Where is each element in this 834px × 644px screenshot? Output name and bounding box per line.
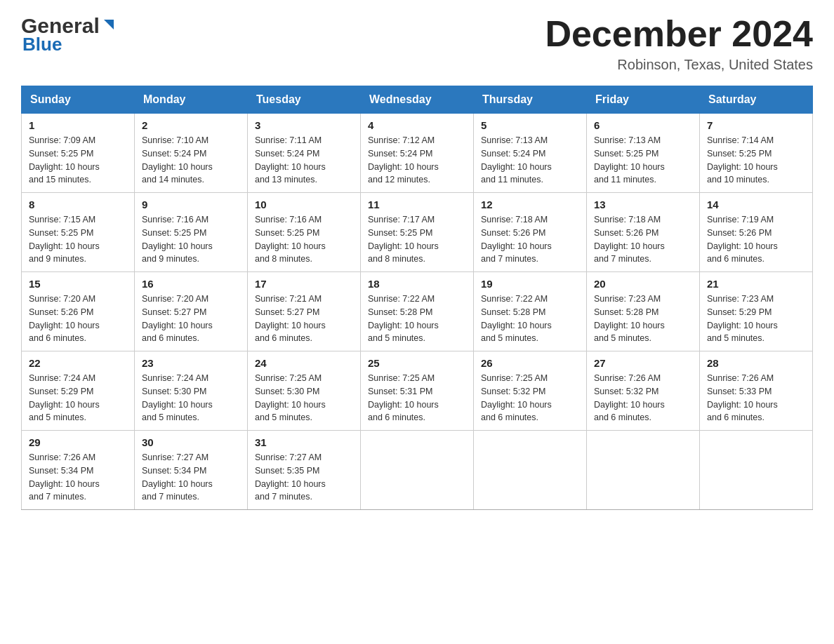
day-info: Sunrise: 7:25 AM Sunset: 5:32 PM Dayligh… bbox=[481, 372, 579, 424]
calendar-cell: 18 Sunrise: 7:22 AM Sunset: 5:28 PM Dayl… bbox=[361, 272, 474, 351]
calendar-cell: 28 Sunrise: 7:26 AM Sunset: 5:33 PM Dayl… bbox=[700, 351, 813, 431]
day-info: Sunrise: 7:18 AM Sunset: 5:26 PM Dayligh… bbox=[594, 213, 692, 266]
day-number: 12 bbox=[481, 199, 579, 210]
day-info: Sunrise: 7:13 AM Sunset: 5:25 PM Dayligh… bbox=[594, 134, 692, 187]
calendar-week-row: 29 Sunrise: 7:26 AM Sunset: 5:34 PM Dayl… bbox=[22, 431, 813, 510]
calendar-cell: 24 Sunrise: 7:25 AM Sunset: 5:30 PM Dayl… bbox=[248, 351, 361, 431]
day-info: Sunrise: 7:14 AM Sunset: 5:25 PM Dayligh… bbox=[707, 134, 805, 187]
day-info: Sunrise: 7:25 AM Sunset: 5:30 PM Dayligh… bbox=[255, 372, 353, 424]
day-info: Sunrise: 7:20 AM Sunset: 5:26 PM Dayligh… bbox=[29, 293, 127, 345]
day-info: Sunrise: 7:25 AM Sunset: 5:31 PM Dayligh… bbox=[368, 372, 466, 424]
day-info: Sunrise: 7:10 AM Sunset: 5:24 PM Dayligh… bbox=[142, 134, 240, 187]
day-number: 7 bbox=[707, 119, 805, 131]
day-info: Sunrise: 7:26 AM Sunset: 5:34 PM Dayligh… bbox=[29, 451, 127, 504]
title-area: December 2024 Robinson, Texas, United St… bbox=[545, 14, 813, 73]
calendar-cell: 21 Sunrise: 7:23 AM Sunset: 5:29 PM Dayl… bbox=[700, 272, 813, 351]
day-info: Sunrise: 7:26 AM Sunset: 5:33 PM Dayligh… bbox=[707, 372, 805, 424]
calendar-header-row: SundayMondayTuesdayWednesdayThursdayFrid… bbox=[22, 86, 813, 114]
day-info: Sunrise: 7:16 AM Sunset: 5:25 PM Dayligh… bbox=[142, 213, 240, 266]
calendar-day-header: Tuesday bbox=[248, 86, 361, 114]
calendar-cell: 1 Sunrise: 7:09 AM Sunset: 5:25 PM Dayli… bbox=[22, 114, 135, 193]
day-number: 10 bbox=[255, 199, 353, 210]
day-info: Sunrise: 7:17 AM Sunset: 5:25 PM Dayligh… bbox=[368, 213, 466, 266]
day-number: 14 bbox=[707, 199, 805, 210]
day-info: Sunrise: 7:16 AM Sunset: 5:25 PM Dayligh… bbox=[255, 213, 353, 266]
calendar-cell: 7 Sunrise: 7:14 AM Sunset: 5:25 PM Dayli… bbox=[700, 114, 813, 193]
calendar-cell: 4 Sunrise: 7:12 AM Sunset: 5:24 PM Dayli… bbox=[361, 114, 474, 193]
day-number: 25 bbox=[368, 357, 466, 369]
day-number: 6 bbox=[594, 119, 692, 131]
calendar-cell: 5 Sunrise: 7:13 AM Sunset: 5:24 PM Dayli… bbox=[474, 114, 587, 193]
calendar-week-row: 22 Sunrise: 7:24 AM Sunset: 5:29 PM Dayl… bbox=[22, 351, 813, 431]
calendar-cell: 10 Sunrise: 7:16 AM Sunset: 5:25 PM Dayl… bbox=[248, 193, 361, 272]
day-number: 23 bbox=[142, 357, 240, 369]
day-number: 30 bbox=[142, 436, 240, 448]
calendar-cell: 6 Sunrise: 7:13 AM Sunset: 5:25 PM Dayli… bbox=[587, 114, 700, 193]
calendar-cell: 26 Sunrise: 7:25 AM Sunset: 5:32 PM Dayl… bbox=[474, 351, 587, 431]
calendar-cell: 11 Sunrise: 7:17 AM Sunset: 5:25 PM Dayl… bbox=[361, 193, 474, 272]
calendar-cell: 17 Sunrise: 7:21 AM Sunset: 5:27 PM Dayl… bbox=[248, 272, 361, 351]
calendar-cell: 9 Sunrise: 7:16 AM Sunset: 5:25 PM Dayli… bbox=[135, 193, 248, 272]
calendar-cell: 30 Sunrise: 7:27 AM Sunset: 5:34 PM Dayl… bbox=[135, 431, 248, 510]
page-header: General Blue December 2024 Robinson, Tex… bbox=[21, 14, 813, 73]
calendar-cell: 19 Sunrise: 7:22 AM Sunset: 5:28 PM Dayl… bbox=[474, 272, 587, 351]
day-info: Sunrise: 7:11 AM Sunset: 5:24 PM Dayligh… bbox=[255, 134, 353, 187]
calendar-cell: 16 Sunrise: 7:20 AM Sunset: 5:27 PM Dayl… bbox=[135, 272, 248, 351]
logo-blue-text: Blue bbox=[22, 34, 62, 55]
logo: General Blue bbox=[21, 14, 117, 55]
logo-arrow-icon bbox=[101, 17, 117, 32]
calendar-day-header: Friday bbox=[587, 86, 700, 114]
calendar-cell bbox=[700, 431, 813, 510]
day-info: Sunrise: 7:21 AM Sunset: 5:27 PM Dayligh… bbox=[255, 293, 353, 345]
day-info: Sunrise: 7:12 AM Sunset: 5:24 PM Dayligh… bbox=[368, 134, 466, 187]
day-number: 1 bbox=[29, 119, 127, 131]
calendar-cell bbox=[361, 431, 474, 510]
day-number: 31 bbox=[255, 436, 353, 448]
month-title: December 2024 bbox=[545, 14, 813, 54]
day-number: 2 bbox=[142, 119, 240, 131]
day-number: 16 bbox=[142, 278, 240, 290]
calendar-cell: 14 Sunrise: 7:19 AM Sunset: 5:26 PM Dayl… bbox=[700, 193, 813, 272]
day-info: Sunrise: 7:15 AM Sunset: 5:25 PM Dayligh… bbox=[29, 213, 127, 266]
calendar-cell: 8 Sunrise: 7:15 AM Sunset: 5:25 PM Dayli… bbox=[22, 193, 135, 272]
calendar-cell bbox=[474, 431, 587, 510]
day-info: Sunrise: 7:09 AM Sunset: 5:25 PM Dayligh… bbox=[29, 134, 127, 187]
day-number: 26 bbox=[481, 357, 579, 369]
day-number: 24 bbox=[255, 357, 353, 369]
day-info: Sunrise: 7:22 AM Sunset: 5:28 PM Dayligh… bbox=[481, 293, 579, 345]
day-info: Sunrise: 7:18 AM Sunset: 5:26 PM Dayligh… bbox=[481, 213, 579, 266]
calendar-day-header: Saturday bbox=[700, 86, 813, 114]
day-info: Sunrise: 7:22 AM Sunset: 5:28 PM Dayligh… bbox=[368, 293, 466, 345]
day-info: Sunrise: 7:26 AM Sunset: 5:32 PM Dayligh… bbox=[594, 372, 692, 424]
calendar-cell: 2 Sunrise: 7:10 AM Sunset: 5:24 PM Dayli… bbox=[135, 114, 248, 193]
day-info: Sunrise: 7:20 AM Sunset: 5:27 PM Dayligh… bbox=[142, 293, 240, 345]
day-number: 5 bbox=[481, 119, 579, 131]
day-number: 18 bbox=[368, 278, 466, 290]
calendar-cell: 23 Sunrise: 7:24 AM Sunset: 5:30 PM Dayl… bbox=[135, 351, 248, 431]
calendar-cell: 3 Sunrise: 7:11 AM Sunset: 5:24 PM Dayli… bbox=[248, 114, 361, 193]
calendar-cell bbox=[587, 431, 700, 510]
day-number: 28 bbox=[707, 357, 805, 369]
calendar-day-header: Sunday bbox=[22, 86, 135, 114]
calendar-cell: 22 Sunrise: 7:24 AM Sunset: 5:29 PM Dayl… bbox=[22, 351, 135, 431]
day-info: Sunrise: 7:19 AM Sunset: 5:26 PM Dayligh… bbox=[707, 213, 805, 266]
calendar-day-header: Wednesday bbox=[361, 86, 474, 114]
day-number: 21 bbox=[707, 278, 805, 290]
calendar-week-row: 15 Sunrise: 7:20 AM Sunset: 5:26 PM Dayl… bbox=[22, 272, 813, 351]
calendar-cell: 31 Sunrise: 7:27 AM Sunset: 5:35 PM Dayl… bbox=[248, 431, 361, 510]
calendar-day-header: Thursday bbox=[474, 86, 587, 114]
day-number: 9 bbox=[142, 199, 240, 210]
calendar-cell: 25 Sunrise: 7:25 AM Sunset: 5:31 PM Dayl… bbox=[361, 351, 474, 431]
calendar-cell: 27 Sunrise: 7:26 AM Sunset: 5:32 PM Dayl… bbox=[587, 351, 700, 431]
day-number: 19 bbox=[481, 278, 579, 290]
svg-marker-0 bbox=[104, 20, 114, 29]
day-info: Sunrise: 7:23 AM Sunset: 5:29 PM Dayligh… bbox=[707, 293, 805, 345]
day-number: 22 bbox=[29, 357, 127, 369]
day-number: 11 bbox=[368, 199, 466, 210]
calendar-cell: 12 Sunrise: 7:18 AM Sunset: 5:26 PM Dayl… bbox=[474, 193, 587, 272]
day-number: 27 bbox=[594, 357, 692, 369]
calendar-cell: 29 Sunrise: 7:26 AM Sunset: 5:34 PM Dayl… bbox=[22, 431, 135, 510]
day-number: 3 bbox=[255, 119, 353, 131]
day-info: Sunrise: 7:27 AM Sunset: 5:34 PM Dayligh… bbox=[142, 451, 240, 504]
calendar-cell: 20 Sunrise: 7:23 AM Sunset: 5:28 PM Dayl… bbox=[587, 272, 700, 351]
